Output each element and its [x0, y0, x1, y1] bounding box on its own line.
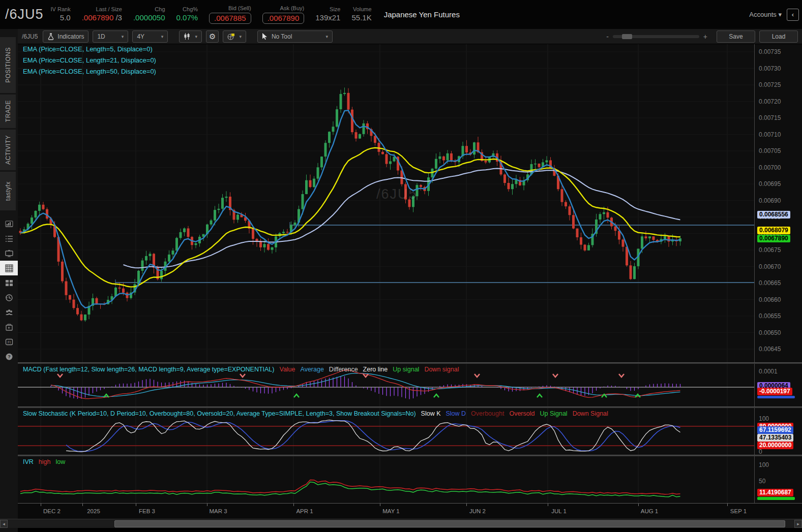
legend-item: Down Signal [573, 410, 608, 417]
chevron-down-icon: ▾ [239, 34, 242, 39]
timeframe-dropdown[interactable]: 1D▾ [93, 30, 128, 43]
chart-settings-button[interactable]: ⚙ [206, 30, 219, 43]
price-tick-label: 0.00700 [759, 164, 781, 171]
gear-icon: ⚙ [209, 32, 216, 41]
time-tick [466, 504, 467, 506]
field-value: .0067890 /3 [82, 13, 122, 23]
field-label: Last / Size [82, 6, 122, 13]
time-tick [41, 504, 41, 506]
quote-field-iv-rank: IV Rank5.0 [51, 6, 71, 23]
sidebar-tab-tastyfx[interactable]: tastyfx [0, 172, 16, 210]
chart-type-dropdown[interactable]: ▾ [179, 30, 202, 43]
symbol-title: /6JU5 [0, 7, 51, 22]
chart-hscrollbar[interactable]: ◂ ▸ [0, 519, 802, 528]
time-label-jun-2: JUN 2 [460, 508, 495, 514]
zoom-in-button[interactable]: + [703, 33, 707, 41]
scrollbar-thumb[interactable] [114, 520, 785, 527]
apps-grid-nav[interactable] [0, 275, 18, 290]
accounts-dropdown[interactable]: Accounts ▾ [749, 11, 782, 18]
zoom-slider-thumb[interactable] [622, 34, 632, 39]
news-chart-nav[interactable] [0, 216, 18, 231]
monitor-nav[interactable] [0, 246, 18, 261]
compare-dropdown[interactable]: ▾ [223, 30, 246, 43]
time-tick [293, 504, 294, 506]
svg-text:FI: FI [7, 340, 10, 344]
field-label: Ask (Buy) [262, 5, 305, 12]
time-tick [638, 504, 639, 506]
quote-field-bid-sell-[interactable]: Bid (Sell).0067885 [209, 5, 251, 24]
legend-item: Slow D [445, 410, 466, 417]
time-label-aug-1: AUG 1 [632, 508, 667, 514]
scroll-left-button[interactable]: ◂ [0, 520, 8, 528]
time-tick [548, 504, 548, 506]
chevron-down-icon: ▾ [122, 34, 124, 39]
zoom-out-button[interactable]: - [606, 33, 609, 41]
price-tick-label: 0.00720 [759, 98, 781, 105]
journal-box-icon [5, 323, 13, 331]
price-tick-label: 0.00675 [759, 246, 781, 254]
indicators-button[interactable]: Indicators [43, 30, 88, 43]
macd-value-chip: -0.0000197 [757, 388, 792, 395]
field-label: Bid (Sell) [209, 5, 251, 12]
stoch-axis-label-100: 100 [759, 415, 769, 422]
price-tick-label: 0.00665 [759, 279, 781, 287]
help-nav[interactable]: ? [0, 349, 18, 364]
range-dropdown[interactable]: 4Y▾ [132, 30, 168, 43]
time-label-2025: 2025 [76, 508, 111, 514]
field-label: Volume [351, 6, 371, 13]
stoch-axis-label-0: 0 [759, 448, 762, 455]
field-label: Size [315, 6, 340, 13]
zoom-slider[interactable] [613, 35, 699, 38]
journal-box-nav[interactable] [0, 320, 18, 334]
chart-grid-nav[interactable] [0, 261, 18, 275]
price-tick-label: 0.00695 [759, 180, 781, 187]
save-button[interactable]: Save [717, 30, 755, 43]
zoom-control: - + [606, 33, 707, 41]
time-tick [727, 504, 728, 506]
monitor-icon [5, 249, 13, 258]
time-label-feb-3: FEB 3 [129, 508, 165, 514]
sidebar-tab-activity[interactable]: ACTIVITY [0, 130, 16, 170]
price-chip-1: 0.0068079 [757, 227, 790, 234]
macd-average-chip [757, 396, 795, 398]
quote-field-chg: Chg.0000050 [133, 6, 165, 23]
field-label: Chg [133, 6, 165, 13]
field-label: IV Rank [51, 6, 71, 13]
quote-field-last-size: Last / Size.0067890 /3 [82, 6, 122, 23]
chart-grid-icon [5, 264, 13, 272]
scroll-right-button[interactable]: ▸ [794, 520, 802, 528]
legend-item: Overbought [471, 410, 504, 417]
ivr-axis: 1005011.4190687 [754, 456, 802, 503]
price-tick-label: 0.00715 [759, 114, 781, 121]
macd-panel[interactable]: MACD (Fast length=12, Slow length=26, MA… [18, 364, 754, 406]
quote-field-size: Size139x21 [315, 6, 340, 23]
trading-platform-window: /6JU5 IV Rank5.0Last / Size.0067890 /3Ch… [0, 0, 802, 532]
legend-item: Up signal [393, 366, 419, 373]
field-value: 5.0 [51, 13, 71, 23]
history-clock-icon [5, 294, 13, 302]
collapse-panel-button[interactable]: ‹ [787, 9, 799, 21]
social-people-nav[interactable] [0, 305, 18, 320]
quote-fields: IV Rank5.0Last / Size.0067890 /3Chg.0000… [51, 5, 383, 24]
history-clock-nav[interactable] [0, 290, 18, 305]
ivr-panel[interactable]: IVRhighlow [18, 456, 754, 503]
stoch-chip-1: 67.1159692 [757, 426, 793, 434]
price-tick-label: 0.00655 [759, 312, 781, 320]
price-chart-panel[interactable]: EMA (Price=CLOSE, Length=5, Displace=0) … [18, 44, 754, 362]
stoch-chip-3: 20.0000000 [757, 442, 793, 449]
drawing-tool-dropdown[interactable]: No Tool ▾ [257, 30, 333, 43]
sidebar-tab-trade[interactable]: TRADE [0, 95, 16, 128]
watchlist-nav[interactable] [0, 231, 18, 246]
legend-item: Slow K [421, 410, 441, 417]
stochastic-panel[interactable]: Slow Stochastic (K Period=10, D Period=1… [18, 408, 754, 455]
load-button[interactable]: Load [759, 30, 798, 43]
candlestick-chart[interactable] [18, 44, 754, 362]
apps-grid-icon [5, 279, 13, 287]
fi-widget-nav[interactable]: FI [0, 334, 18, 349]
time-label-sep-1: SEP 1 [721, 508, 756, 514]
legend-item: Value [279, 366, 295, 373]
quote-field-ask-buy-[interactable]: Ask (Buy).0067890 [262, 5, 305, 24]
legend-item: high [39, 458, 51, 465]
time-tick [136, 504, 136, 506]
sidebar-tab-positions[interactable]: POSITIONS [0, 37, 16, 93]
